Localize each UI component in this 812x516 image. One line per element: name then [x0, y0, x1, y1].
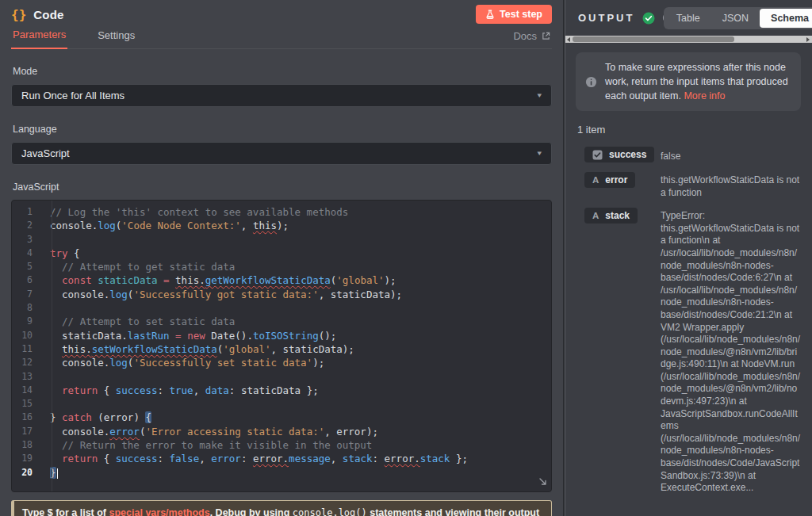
special-vars-link[interactable]: special vars/methods [109, 507, 210, 516]
code-line[interactable]: 10 staticData.lastRun = new Date().toISO… [12, 329, 551, 342]
line-number: 2 [12, 219, 42, 232]
line-number: 13 [12, 370, 42, 384]
schema-row: AstackTypeError: this.getWorkflowStaticD… [584, 208, 801, 495]
output-header: OUTPUT Table JSON Schema [565, 0, 812, 36]
line-number: 14 [12, 384, 42, 397]
checkbox-icon [592, 150, 603, 160]
line-number: 17 [12, 425, 42, 438]
code-line[interactable]: 11 this.setWorkflowStaticData('global', … [12, 342, 551, 356]
chevron-down-icon: ▾ [537, 91, 542, 99]
code-line[interactable]: 14 return { success: true, data: staticD… [12, 384, 551, 397]
string-type-icon: A [592, 211, 599, 220]
schema-value: TypeError: this.getWorkflowStaticData is… [661, 208, 801, 495]
node-settings-panel: {} Code Test step Parameters Settings Do… [0, 0, 563, 516]
scrollbar-track[interactable] [573, 36, 804, 43]
schema-key-pill[interactable]: Aerror [584, 172, 635, 188]
line-number: 8 [12, 301, 42, 315]
language-label: Language [13, 124, 552, 135]
scrollbar-left-arrow[interactable] [565, 36, 573, 43]
hint-text: . Debug by using [210, 507, 293, 516]
line-number: 3 [12, 233, 42, 247]
tab-schema[interactable]: Schema [760, 9, 812, 28]
success-check-icon [642, 12, 655, 25]
text-cursor [57, 468, 59, 479]
output-title: OUTPUT [578, 12, 634, 24]
code-lines: 1// Log the 'this' context to see availa… [12, 205, 551, 480]
code-node-detail-view: {} Code Test step Parameters Settings Do… [0, 0, 812, 516]
code-line[interactable]: 4try { [12, 247, 551, 260]
code-line[interactable]: 15 [12, 397, 551, 411]
code-line[interactable]: 13 [12, 370, 551, 384]
line-number: 18 [12, 438, 42, 452]
language-select[interactable]: JavaScript ▾ [11, 142, 552, 165]
code-line[interactable]: 1// Log the 'this' context to see availa… [12, 205, 551, 219]
schema-row: successfalse [584, 147, 801, 163]
schema-key: success [609, 149, 646, 160]
code-line[interactable]: 17 console.error('Error accessing static… [12, 425, 551, 438]
editor-hint: Type $ for a list of special vars/method… [11, 500, 552, 516]
docs-link[interactable]: Docs [513, 30, 550, 42]
schema-key-pill[interactable]: Astack [584, 208, 638, 224]
info-icon [585, 76, 597, 88]
mode-select[interactable]: Run Once for All Items ▾ [11, 84, 552, 107]
code-line[interactable]: 2console.log('Code Node Context:', this)… [12, 219, 551, 232]
line-number: 4 [12, 247, 42, 260]
tab-settings[interactable]: Settings [96, 29, 136, 48]
line-number: 6 [12, 273, 42, 287]
code-node-icon: {} [11, 7, 26, 22]
editor-resize-handle[interactable] [538, 476, 547, 488]
line-number: 7 [12, 288, 42, 301]
node-title: Code [33, 8, 63, 21]
code-line[interactable]: 7 console.log('Successfully got static d… [12, 288, 551, 301]
line-number: 5 [12, 260, 42, 273]
code-line[interactable]: 16} catch (error) { [12, 411, 551, 424]
output-panel: OUTPUT Table JSON Schema [563, 0, 812, 516]
tab-parameters[interactable]: Parameters [11, 29, 67, 49]
schema-key-pill[interactable]: success [584, 147, 654, 162]
line-number: 20 [12, 466, 42, 480]
pairing-info-callout: To make sure expressions after this node… [576, 52, 801, 111]
output-body: To make sure expressions after this node… [565, 43, 812, 495]
code-line[interactable]: 20} [12, 466, 551, 480]
line-number: 9 [12, 315, 42, 328]
items-count: 1 item [577, 124, 801, 136]
line-number: 19 [12, 452, 42, 465]
gutter-divider [52, 201, 52, 491]
line-number: 12 [12, 356, 42, 369]
tab-table[interactable]: Table [665, 9, 711, 28]
code-line[interactable]: 12 console.log('Successfully set static … [12, 356, 551, 369]
external-link-icon [542, 32, 550, 40]
mode-select-value: Run Once for All Items [21, 90, 537, 101]
language-select-value: JavaScript [21, 147, 537, 159]
code-line[interactable]: 19 return { success: false, error: error… [12, 452, 551, 465]
test-step-button[interactable]: Test step [476, 5, 552, 24]
code-line[interactable]: 8 [12, 301, 551, 315]
line-number: 16 [12, 411, 42, 424]
callout-text: To make sure expressions after this node… [605, 60, 791, 103]
flask-icon [485, 10, 495, 20]
code-editor[interactable]: 1// Log the 'this' context to see availa… [11, 200, 552, 492]
tab-json[interactable]: JSON [711, 9, 760, 28]
code-line[interactable]: 9 // Attempt to set static data [12, 315, 551, 328]
mode-label: Mode [13, 66, 552, 77]
test-step-label: Test step [500, 9, 542, 20]
code-line[interactable]: 3 [12, 233, 551, 247]
code-line[interactable]: 5 // Attempt to get static data [12, 260, 551, 273]
schema-rows: successfalseAerrorthis.getWorkflowStatic… [576, 147, 801, 494]
string-type-icon: A [592, 175, 599, 185]
more-info-link[interactable]: More info [684, 90, 725, 101]
line-number: 11 [12, 342, 42, 356]
schema-value: this.getWorkflowStaticData is not a func… [661, 172, 801, 199]
hint-code-snippet: console.log() [293, 507, 367, 516]
resize-corner-icon [538, 477, 547, 486]
line-number: 10 [12, 329, 42, 342]
schema-key: error [605, 174, 627, 185]
docs-label: Docs [513, 30, 537, 42]
line-number: 1 [12, 205, 42, 219]
output-view-tabs: Table JSON Schema [664, 7, 812, 29]
scrollbar-thumb[interactable] [573, 36, 734, 42]
code-line[interactable]: 18 // Return the error to make it visibl… [12, 438, 551, 452]
code-line[interactable]: 6 const staticData = this.getWorkflowSta… [12, 273, 551, 287]
scrollbar-right-arrow[interactable] [804, 36, 812, 43]
horizontal-scrollbar[interactable] [565, 36, 812, 43]
